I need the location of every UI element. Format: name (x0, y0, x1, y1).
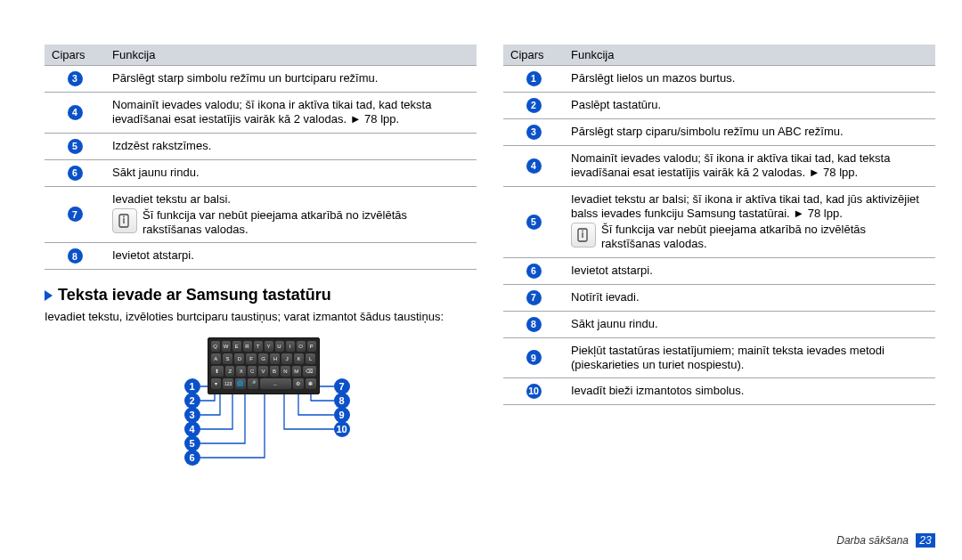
number-badge: 7 (526, 290, 542, 305)
number-badge: 6 (68, 166, 83, 181)
number-badge: 9 (526, 350, 542, 365)
table-row: 10Ievadīt bieži izmantotos simbolus. (503, 378, 935, 405)
footer-page: 23 (916, 533, 935, 548)
row-desc-text: Ievadīt bieži izmantotos simbolus. (571, 384, 744, 397)
letter-key: H (270, 353, 280, 364)
space-key: ⎵ (260, 378, 291, 389)
letter-key: R (243, 341, 252, 352)
note-icon (112, 208, 137, 233)
row-desc-text: Sākt jaunu rindu. (571, 317, 658, 330)
right-column: Cipars Funkcija 1Pārslēgt lielos un mazo… (503, 45, 935, 498)
number-badge: 3 (68, 71, 83, 86)
row-number-cell: 5 (503, 186, 564, 257)
row-desc-cell: Ievietot atstarpi. (564, 257, 935, 284)
letter-key: W (222, 341, 231, 352)
row-desc-text: Notīrīt ievadi. (571, 290, 640, 304)
shift-key: ⬆ (211, 366, 224, 377)
row-number-cell: 8 (45, 243, 105, 270)
delete-key: ⌫ (303, 366, 316, 377)
row-desc-text: Nomainīt ievades valodu; šī ikona ir akt… (112, 98, 431, 126)
letter-key: A (211, 353, 221, 364)
table-row: 2Paslēpt tastatūru. (503, 93, 935, 119)
row-desc-text: Izdzēst rakstzīmes. (112, 139, 211, 152)
number-badge: 3 (526, 125, 542, 140)
note-box: Šī funkcija var nebūt pieejama atkarībā … (112, 208, 469, 238)
letter-key: K (294, 353, 304, 364)
left-column: Cipars Funkcija 3Pārslēgt starp simbolu … (45, 45, 477, 498)
table-row: 8Ievietot atstarpi. (45, 243, 477, 270)
note-text: Šī funkcija var nebūt pieejama atkarībā … (601, 223, 928, 252)
number-badge: 10 (526, 384, 542, 399)
row-number-cell: 2 (503, 93, 564, 119)
table-row: 5Izdzēst rakstzīmes. (45, 133, 477, 159)
section-desc: Ievadiet tekstu, izvēloties burtciparu t… (45, 310, 477, 325)
table-row: 7Ievadiet tekstu ar balsi.Šī funkcija va… (45, 186, 477, 243)
letter-key: C (248, 366, 257, 377)
row-number-cell: 3 (45, 66, 105, 93)
right-function-table: Cipars Funkcija 1Pārslēgt lielos un mazo… (503, 45, 935, 405)
table-row: 9Piekļūt tastatūras iestatījumiem; mainī… (503, 337, 935, 378)
letter-key: Z (225, 366, 234, 377)
letter-key: V (258, 366, 267, 377)
svg-point-2 (123, 215, 125, 217)
number-badge: 5 (68, 139, 83, 154)
page: Cipars Funkcija 3Pārslēgt starp simbolu … (0, 0, 962, 498)
row-number-cell: 9 (503, 337, 564, 378)
letter-key: O (297, 341, 306, 352)
kb-row-4: ▾ 123 🌐 🎤 ⎵ ⚙ ✽ (211, 378, 316, 389)
row-desc-text: Piekļūt tastatūras iestatījumiem; mainīt… (571, 344, 885, 371)
row-desc-cell: Paslēpt tastatūru. (564, 93, 935, 119)
kb-row-2: ASDFGHJKL (211, 353, 316, 364)
row-number-cell: 1 (503, 66, 564, 93)
row-desc-cell: Nomainīt ievades valodu; šī ikona ir akt… (564, 146, 935, 187)
row-desc-text: Paslēpt tastatūru. (571, 98, 661, 111)
table-row: 4Nomainīt ievades valodu; šī ikona ir ak… (45, 93, 477, 134)
letter-key: G (258, 353, 268, 364)
row-desc-text: Pārslēgt starp simbolu režīmu un burtcip… (112, 71, 378, 85)
letter-key: F (246, 353, 256, 364)
keyboard-diagram: QWERTYUIOP ASDFGHJKL ⬆ ZXCVBNM⌫ ▾ 123 🌐 … (110, 337, 412, 498)
letter-key: L (306, 353, 315, 364)
letter-key: T (254, 341, 263, 352)
col-header-cipars: Cipars (503, 45, 564, 66)
row-desc-cell: Ievadīt bieži izmantotos simbolus. (564, 378, 935, 405)
row-desc-text: Ievadiet tekstu ar balsi. (112, 192, 231, 206)
row-number-cell: 7 (45, 186, 105, 243)
number-badge: 6 (526, 264, 542, 279)
row-desc-cell: Sākt jaunu rindu. (564, 311, 935, 337)
row-desc-text: Ievietot atstarpi. (571, 264, 653, 277)
letter-key: Y (265, 341, 273, 352)
voice-key: 🎤 (248, 378, 258, 389)
number-badge: 8 (68, 248, 83, 264)
col-header-funkcija: Funkcija (105, 45, 477, 66)
table-row: 3Pārslēgt starp ciparu/simbolu režīmu un… (503, 119, 935, 146)
row-number-cell: 6 (503, 257, 564, 284)
table-row: 5Ievadiet tekstu ar balsi; šī ikona ir a… (503, 186, 935, 257)
row-number-cell: 4 (503, 146, 564, 187)
settings-key: ⚙ (293, 378, 304, 389)
letter-key: B (270, 366, 279, 377)
row-desc-cell: Ievietot atstarpi. (105, 243, 477, 270)
row-number-cell: 5 (45, 133, 105, 159)
row-desc-cell: Ievadiet tekstu ar balsi; šī ikona ir ak… (564, 186, 935, 257)
row-desc-text: Pārslēgt lielos un mazos burtus. (571, 71, 735, 85)
right-table-body: 1Pārslēgt lielos un mazos burtus.2Paslēp… (503, 66, 935, 405)
kb-row-1: QWERTYUIOP (211, 341, 316, 352)
row-desc-cell: Piekļūt tastatūras iestatījumiem; mainīt… (564, 337, 935, 378)
letter-key: U (275, 341, 284, 352)
row-desc-cell: Pārslēgt starp ciparu/simbolu režīmu un … (564, 119, 935, 146)
keyboard-body: QWERTYUIOP ASDFGHJKL ⬆ ZXCVBNM⌫ ▾ 123 🌐 … (208, 337, 320, 394)
hide-key: ▾ (211, 378, 222, 389)
row-desc-text: Ievietot atstarpi. (112, 248, 194, 262)
number-badge: 8 (526, 317, 542, 332)
note-icon (571, 223, 596, 248)
number-badge: 4 (526, 158, 542, 174)
row-desc-text: Pārslēgt starp ciparu/simbolu režīmu un … (571, 125, 844, 138)
letter-key: Q (211, 341, 220, 352)
left-table-body: 3Pārslēgt starp simbolu režīmu un burtci… (45, 66, 477, 270)
row-desc-cell: Pārslēgt starp simbolu režīmu un burtcip… (105, 66, 477, 93)
letter-key: N (281, 366, 289, 377)
letter-key: S (223, 353, 232, 364)
row-desc-cell: Izdzēst rakstzīmes. (105, 133, 477, 159)
table-row: 8Sākt jaunu rindu. (503, 311, 935, 337)
